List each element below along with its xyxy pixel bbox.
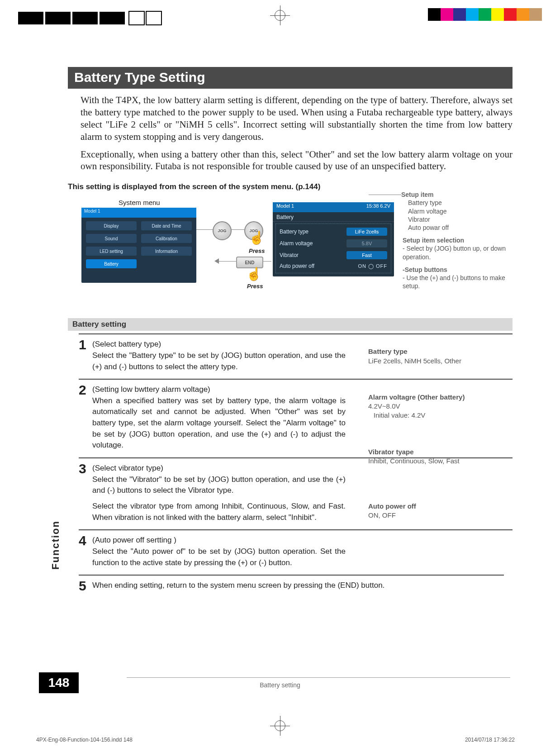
hand-cursor-icon: ☝ <box>246 267 262 281</box>
print-footer: 4PX-Eng-08-Function-104-156.indd 148 201… <box>36 737 515 743</box>
screen-section: Battery <box>273 212 394 222</box>
step-title: (Setting low bwttery alarm voltage) <box>92 384 346 395</box>
step-body: When ending setting, return to the syste… <box>92 580 384 591</box>
system-menu-thumbnail: Model 1 DisplayDate and Time SoundCalibr… <box>81 208 196 283</box>
density-bars-empty <box>128 11 163 25</box>
crop-mark-icon <box>270 716 290 736</box>
navigation-diagram: System menu Model 1 DisplayDate and Time… <box>68 198 513 315</box>
content-column: Battery Type Setting With the T4PX, the … <box>68 67 513 599</box>
step-body: Select the "Vibrator" to be set by (JOG)… <box>92 474 346 496</box>
step-title: (Select battery type) <box>92 339 346 350</box>
crop-mark-icon <box>270 5 290 25</box>
footer-title: Battery setting <box>260 681 300 689</box>
setting-header: Battery setting <box>68 318 513 331</box>
battery-screen: Model 1 15:38 6.2V Battery Battery typeL… <box>273 202 394 276</box>
page-title: Battery Type Setting <box>68 67 513 89</box>
system-menu-label: System menu <box>119 199 160 206</box>
page-number: 148 <box>39 672 79 693</box>
selection-text: - Select by (JOG) button up, or down ope… <box>403 244 520 261</box>
step-body: When a specified battery was set by batt… <box>92 395 346 451</box>
section-tab-label: Function <box>50 520 62 570</box>
side-column: Battery type LiFe 2cells, NiMH 5cells, O… <box>368 347 504 547</box>
step-number: 2 <box>79 383 92 451</box>
row-value: ON ◯ OFF <box>358 263 387 269</box>
step-title: (Select vibrator type) <box>92 463 346 474</box>
setup-item: Alarm voltage <box>408 207 520 215</box>
side-text: Initial value: 4.2V <box>374 411 504 420</box>
side-head: Auto power off <box>368 502 504 511</box>
intro-paragraph-2: Exceptionally, when using a battery othe… <box>81 148 513 173</box>
thumb-header: Model 1 <box>81 208 196 218</box>
press-label: Press <box>247 283 263 290</box>
density-bars <box>18 12 127 24</box>
color-swatches <box>428 8 542 21</box>
setup-item: Battery type <box>408 199 520 207</box>
side-head: Battery type <box>368 347 504 356</box>
steps-list: 1 (Select battery type) Select the "Batt… <box>79 333 513 599</box>
setup-item: Vibrator <box>408 215 520 224</box>
connector-line <box>231 229 244 230</box>
step-body: Select the vibrator type from among Inhi… <box>92 501 346 523</box>
jog-button-icon: JOG <box>213 221 232 240</box>
row-value: Fast <box>346 251 387 259</box>
step-title: (Auto power off sertting ) <box>92 535 346 546</box>
print-file-name: 4PX-Eng-08-Function-104-156.indd 148 <box>36 737 133 743</box>
row-label: Alarm voltage <box>280 240 313 247</box>
setup-item: Auto powar off <box>408 224 520 232</box>
step-number: 5 <box>79 579 92 593</box>
menu-cell-highlighted: Battery <box>86 259 137 268</box>
step-number: 4 <box>79 534 92 568</box>
row-value: LiFe 2cells <box>346 228 387 236</box>
selection-head: Setup item selection <box>403 236 520 244</box>
setup-item-head: Setup item <box>401 191 434 198</box>
screen-model: Model 1 <box>276 203 294 211</box>
step-body: Select the "Battery type" to be set by (… <box>92 350 346 372</box>
menu-cell: LED setting <box>86 247 137 256</box>
hand-cursor-icon: ☝ <box>249 230 265 245</box>
step-body: Select the "Auto power of" to be set by … <box>92 546 346 568</box>
step-number: 1 <box>79 338 92 372</box>
side-head: Vibrator tyape <box>368 447 504 457</box>
row-label: Auto power off <box>280 263 314 269</box>
screen-clock: 15:38 6.2V <box>366 203 390 211</box>
buttons-text: - Use the (+) and (-) buttons to make se… <box>403 274 520 290</box>
step-number: 3 <box>79 462 92 523</box>
menu-cell: Date and Time <box>141 221 192 230</box>
side-head: Alarm voltagre (Other battery) <box>368 393 504 402</box>
side-text: ON, OFF <box>368 511 504 520</box>
press-label: Press <box>249 247 265 254</box>
side-text: LiFe 2cells, NiMH 5cells, Other <box>368 357 504 366</box>
buttons-head: -Setup buttons <box>403 266 520 274</box>
setup-info-panel: Setup item Battery type Alarm voltage Vi… <box>403 190 520 290</box>
footer-rule <box>127 677 510 678</box>
menu-cell: Display <box>86 221 137 230</box>
row-label: Vibrator <box>280 252 299 258</box>
menu-cell: Sound <box>86 234 137 243</box>
intro-paragraph-1: With the T4PX, the low battery alarm set… <box>81 94 513 143</box>
side-text: Inhibit, Continuous, Slow, Fast <box>368 457 504 466</box>
step-5: 5 When ending setting, return to the sys… <box>79 575 504 599</box>
side-text: 4.2V~8.0V <box>368 402 504 411</box>
page: Battery Type Setting With the T4PX, the … <box>0 0 560 752</box>
menu-cell: Information <box>141 247 192 256</box>
display-note: This setting is displayed from the scree… <box>68 182 513 191</box>
print-timestamp: 2014/07/18 17:36:22 <box>465 737 515 743</box>
row-label: Battery type <box>280 228 308 235</box>
row-value: 5.8V <box>346 239 387 247</box>
menu-cell: Calibration <box>141 234 192 243</box>
arrow-left-icon <box>214 258 219 264</box>
